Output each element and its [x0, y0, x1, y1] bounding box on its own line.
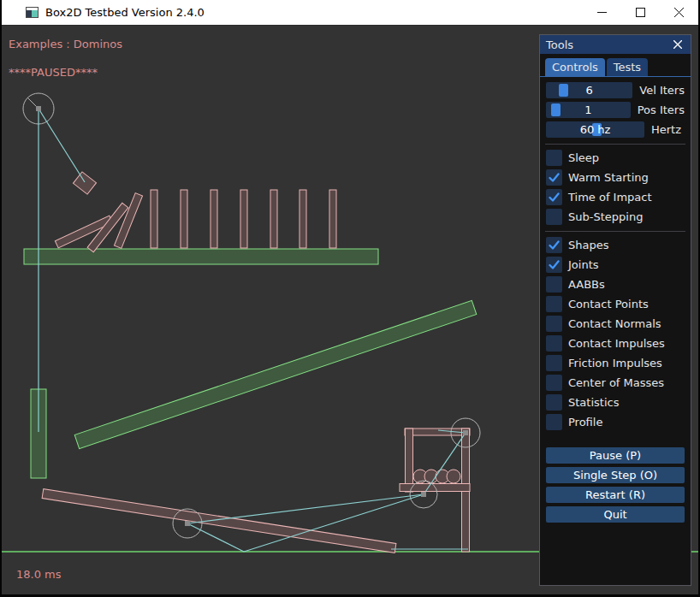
standing-domino: [151, 190, 157, 248]
slider-row-pos-iters: 1Pos Iters: [546, 102, 685, 118]
checkbox-row-time-of-impact: Time of Impact: [546, 189, 685, 205]
app-window: Examples : Dominos ****PAUSED**** 18.0 m…: [0, 0, 700, 597]
seesaw-plank: [42, 489, 396, 553]
checkbox-row-aabbs: AABBs: [546, 276, 685, 293]
slider-row-vel-iters: 6Vel Iters: [546, 82, 685, 98]
standing-domino: [329, 190, 336, 248]
checkbox-label: Sleep: [568, 151, 599, 164]
checkbox-aabbs[interactable]: [546, 276, 562, 293]
slider-label: Vel Iters: [639, 84, 685, 97]
separator: [545, 231, 685, 232]
checkbox-sleep[interactable]: [546, 150, 562, 166]
checkbox-label: Friction Impulses: [568, 357, 662, 369]
checkbox-label: AABBs: [568, 278, 605, 291]
check-icon: [549, 259, 560, 270]
frame-time-label: 18.0 ms: [16, 568, 62, 581]
checkbox-time-of-impact[interactable]: [546, 189, 562, 205]
checkbox-row-center-of-masses: Center of Masses: [546, 375, 685, 391]
close-button[interactable]: [660, 0, 698, 25]
standing-domino: [240, 190, 247, 248]
body-center-marker: [36, 106, 41, 111]
checkbox-center-of-masses[interactable]: [546, 375, 562, 391]
checkbox-label: Contact Impulses: [568, 337, 665, 350]
checkbox-contact-points[interactable]: [546, 296, 562, 312]
joint-line: [39, 109, 85, 182]
checkbox-row-statistics: Statistics: [546, 394, 685, 411]
checkbox-profile[interactable]: [546, 414, 562, 430]
check-icon: [549, 172, 560, 183]
window-title: Box2D Testbed Version 2.4.0: [45, 6, 205, 19]
separator: [545, 144, 685, 145]
checkbox-label: Warm Starting: [568, 171, 649, 184]
frame-left-post: [406, 429, 413, 492]
body-center-marker: [463, 430, 468, 435]
checkbox-row-shapes: Shapes: [546, 237, 685, 253]
restart-r-button[interactable]: Restart (R): [546, 487, 685, 503]
slider-value: 60 hz: [546, 121, 644, 138]
checkbox-row-contact-normals: Contact Normals: [546, 316, 685, 332]
minimize-button[interactable]: [583, 0, 621, 25]
checkbox-label: Joints: [568, 258, 599, 271]
slider-row-hertz: 60 hzHertz: [546, 121, 685, 138]
tools-panel-titlebar[interactable]: Tools: [540, 35, 691, 54]
checkbox-label: Center of Masses: [568, 376, 664, 389]
checkbox-label: Profile: [568, 416, 602, 429]
checkbox-label: Sub-Stepping: [568, 210, 643, 223]
checkbox-row-warm-starting: Warm Starting: [546, 169, 685, 186]
slider-pos-iters[interactable]: 1: [546, 102, 631, 118]
app-icon: [26, 7, 39, 18]
checkbox-label: Shapes: [568, 239, 608, 251]
slider-label: Pos Iters: [638, 103, 685, 116]
standing-domino: [270, 190, 277, 248]
checkbox-joints[interactable]: [546, 257, 562, 273]
standing-domino: [211, 190, 217, 248]
slider-hertz[interactable]: 60 hz: [546, 121, 644, 138]
tools-panel: Tools ControlsTests 6Vel Iters1Pos Iters…: [539, 34, 691, 586]
checkbox-row-sleep: Sleep: [546, 150, 685, 166]
checkbox-row-joints: Joints: [546, 257, 685, 273]
quit-button[interactable]: Quit: [546, 506, 685, 523]
slider-value: 6: [546, 82, 632, 98]
slider-vel-iters[interactable]: 6: [546, 82, 632, 98]
checkbox-contact-impulses[interactable]: [546, 335, 562, 352]
check-icon: [549, 192, 560, 203]
single-step-o-button[interactable]: Single Step (O): [546, 467, 685, 483]
checkbox-shapes[interactable]: [546, 237, 562, 253]
checkbox-contact-normals[interactable]: [546, 316, 562, 332]
paused-label: ****PAUSED****: [9, 66, 98, 79]
pause-p-button[interactable]: Pause (P): [546, 447, 685, 464]
checkbox-row-sub-stepping: Sub-Stepping: [546, 209, 685, 225]
checkbox-label: Contact Normals: [568, 317, 661, 330]
body-center-marker: [185, 521, 190, 526]
checkbox-label: Contact Points: [568, 298, 649, 310]
ball: [447, 470, 460, 483]
checkbox-row-friction-impulses: Friction Impulses: [546, 355, 685, 371]
tab-tests[interactable]: Tests: [607, 58, 648, 76]
checkbox-warm-starting[interactable]: [546, 169, 562, 186]
slider-value: 1: [546, 102, 631, 118]
pendulum-bob: [73, 172, 96, 194]
panel-close-icon[interactable]: [671, 38, 685, 51]
long-ramp: [74, 300, 477, 448]
body-center-marker: [421, 492, 426, 497]
domino-platform: [24, 249, 378, 264]
checkbox-row-contact-points: Contact Points: [546, 296, 685, 312]
joint-line: [187, 494, 424, 523]
checkbox-row-profile: Profile: [546, 414, 685, 430]
tab-bar: ControlsTests: [540, 58, 691, 77]
tab-controls[interactable]: Controls: [545, 58, 605, 76]
checkbox-label: Statistics: [568, 396, 619, 409]
window-titlebar: Box2D Testbed Version 2.4.0: [2, 0, 698, 26]
checkbox-row-contact-impulses: Contact Impulses: [546, 335, 685, 352]
checkbox-label: Time of Impact: [568, 191, 652, 204]
checkbox-sub-stepping[interactable]: [546, 209, 562, 225]
slider-label: Hertz: [651, 123, 681, 136]
standing-domino: [300, 190, 306, 248]
tools-panel-title: Tools: [546, 38, 671, 51]
check-icon: [549, 239, 560, 251]
checkbox-statistics[interactable]: [546, 394, 562, 411]
checkbox-friction-impulses[interactable]: [546, 355, 562, 371]
standing-domino: [181, 190, 187, 248]
example-label: Examples : Dominos: [9, 38, 122, 50]
maximize-button[interactable]: [621, 0, 660, 25]
